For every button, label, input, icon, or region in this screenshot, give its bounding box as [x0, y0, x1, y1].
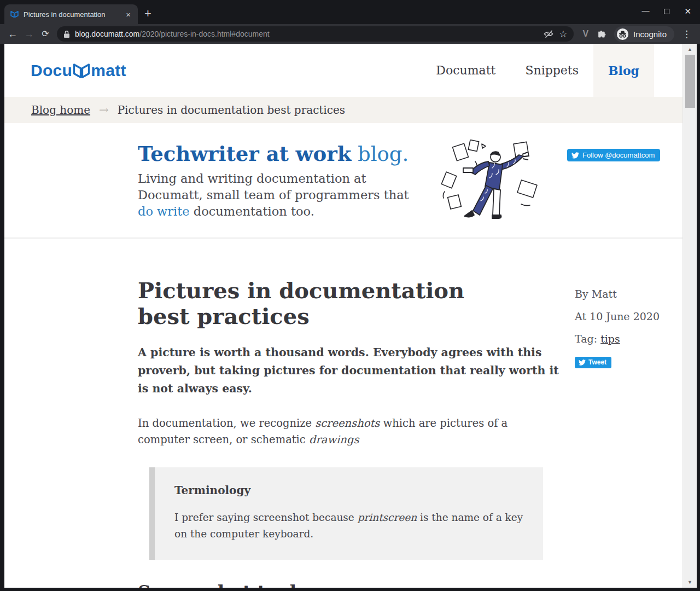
tab-close-icon[interactable]: ×	[124, 9, 132, 20]
admonition-terminology: Terminology I prefer saying screenshot b…	[149, 467, 543, 559]
minimize-button[interactable]: —	[641, 7, 649, 14]
meta-date: At 10 June 2020	[575, 310, 660, 322]
admonition-title: Terminology	[174, 484, 523, 497]
logo-text-suffix: matt	[91, 61, 126, 80]
nav-item-snippets[interactable]: Snippets	[510, 44, 593, 97]
article-title: Pictures in documentation best practices	[138, 278, 499, 329]
twitter-bird-icon	[579, 360, 586, 366]
do-write-link[interactable]: do write	[138, 204, 190, 218]
blog-title: Techwriter at work blog.	[138, 143, 425, 166]
admonition-text: I prefer saying screenshot because	[174, 512, 358, 523]
follow-button-label: Follow @documattcom	[582, 151, 655, 159]
article-intro-paragraph: In documentation, we recognize screensho…	[138, 415, 540, 448]
subtitle-text: Living and writing documentation at Docu…	[138, 171, 409, 202]
window-controls: — ✕	[641, 7, 691, 15]
breadcrumb: Blog home → Pictures in documentation be…	[4, 97, 682, 123]
documatt-logo[interactable]: Docu matt	[31, 61, 126, 80]
browser-toolbar: ← → ⟳ blog.documatt.com/2020/pictures-in…	[0, 24, 700, 44]
content-frame: Docu matt Documatt Snippets Blog Blog ho…	[0, 44, 700, 591]
page-scrollbar[interactable]: ▲ ▼	[682, 44, 697, 588]
lock-icon	[63, 30, 70, 38]
admonition-body: I prefer saying screenshot because print…	[174, 509, 527, 542]
site-nav: Documatt Snippets Blog	[421, 44, 654, 97]
article-lead: A picture is worth a thousand words. Eve…	[138, 344, 562, 398]
new-tab-button[interactable]: +	[144, 8, 151, 20]
url-path: /2020/pictures-in-docs.html#document	[139, 30, 269, 38]
blog-title-strong: Techwriter at work	[138, 142, 351, 166]
meta-author: By Matt	[575, 288, 660, 300]
blog-subtitle: Living and writing documentation at Docu…	[138, 171, 425, 220]
url-host: blog.documatt.com	[75, 30, 139, 38]
book-logo-icon	[72, 63, 91, 79]
browser-menu-icon[interactable]: ⋮	[678, 28, 696, 40]
hero-text: Techwriter at work blog. Living and writ…	[138, 143, 425, 219]
eye-off-icon[interactable]	[543, 28, 554, 39]
site-header: Docu matt Documatt Snippets Blog	[4, 44, 682, 97]
address-bar[interactable]: blog.documatt.com/2020/pictures-in-docs.…	[57, 26, 574, 42]
tag-label: Tag:	[575, 333, 600, 345]
forward-button[interactable]: →	[21, 29, 37, 39]
nav-item-blog[interactable]: Blog	[593, 44, 654, 97]
back-button[interactable]: ←	[4, 29, 21, 39]
nav-item-documatt[interactable]: Documatt	[421, 44, 510, 97]
logo-text-prefix: Docu	[31, 61, 72, 80]
scroll-up-icon[interactable]: ▲	[687, 44, 692, 53]
incognito-label: Incognito	[633, 30, 667, 39]
intro-em-drawings: drawings	[309, 433, 359, 446]
article-meta: By Matt At 10 June 2020 Tag: tips Tweet	[575, 288, 660, 368]
twitter-follow-button[interactable]: Follow @documattcom	[567, 149, 660, 161]
scrollbar-thumb[interactable]	[685, 55, 695, 108]
blog-hero: Techwriter at work blog. Living and writ…	[4, 123, 682, 239]
tweet-button[interactable]: Tweet	[575, 357, 611, 368]
maximize-button[interactable]	[664, 9, 669, 14]
breadcrumb-arrow-icon: →	[99, 103, 109, 117]
breadcrumb-home-link[interactable]: Blog home	[31, 103, 90, 117]
meta-tag: Tag: tips	[575, 333, 660, 345]
browser-window: Pictures in documentation × + — ✕ ← → ⟳ …	[0, 0, 700, 591]
browser-tab[interactable]: Pictures in documentation ×	[4, 4, 138, 24]
reload-button[interactable]: ⟳	[37, 30, 54, 38]
tab-title: Pictures in documentation	[24, 10, 120, 19]
book-favicon-icon	[10, 10, 19, 19]
extension-v-icon[interactable]: V	[578, 29, 593, 39]
url-text: blog.documatt.com/2020/pictures-in-docs.…	[75, 30, 270, 38]
intro-text: In documentation, we recognize	[138, 417, 315, 430]
window-close-button[interactable]: ✕	[684, 7, 691, 15]
blog-title-light: blog.	[351, 142, 409, 166]
twitter-bird-icon	[571, 152, 579, 159]
section-heading-screenshot-tools: Screenshot tools	[138, 582, 682, 588]
subtitle-text-end: documentation too.	[190, 204, 314, 218]
extensions-puzzle-icon[interactable]	[593, 29, 611, 39]
bookmark-star-icon[interactable]: ☆	[559, 30, 567, 39]
admonition-em-printscreen: printscreen	[358, 512, 417, 523]
hero-illustration	[439, 140, 551, 224]
article: Pictures in documentation best practices…	[4, 239, 682, 588]
incognito-badge[interactable]: Incognito	[614, 26, 674, 42]
tab-bar: Pictures in documentation × + — ✕	[0, 0, 700, 24]
breadcrumb-current: Pictures in documentation best practices	[118, 103, 345, 117]
intro-em-screenshots: screenshots	[315, 417, 380, 430]
tag-tips-link[interactable]: tips	[600, 333, 620, 345]
tweet-button-label: Tweet	[588, 358, 606, 366]
incognito-icon	[616, 28, 629, 40]
web-page: Docu matt Documatt Snippets Blog Blog ho…	[4, 44, 682, 588]
scroll-down-icon[interactable]: ▼	[687, 578, 692, 588]
